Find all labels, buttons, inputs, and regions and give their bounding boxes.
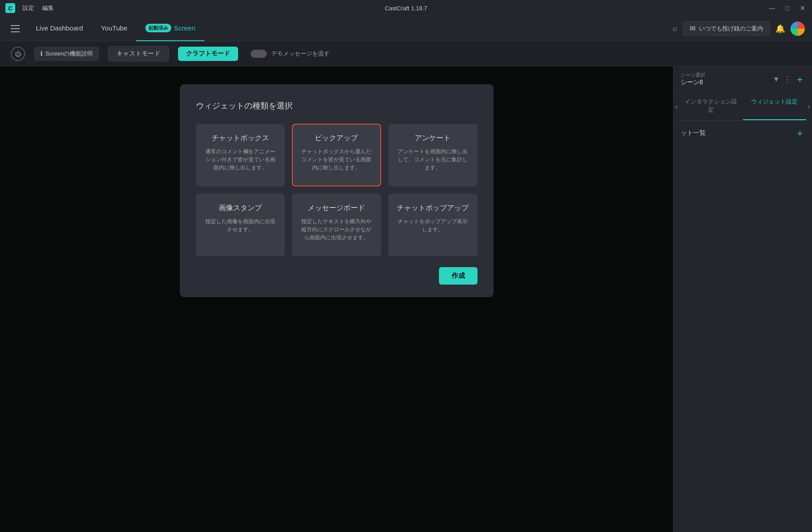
widget-card-title: 画像スタンプ — [219, 203, 262, 213]
widget-card-message-board[interactable]: メッセージボード 指定したテキストを横方向や縦方向にスクロールさせながら画面内に… — [292, 194, 381, 256]
sidebar-scene-selector: シーン選択 シーン8 ▼ ⋮ ＋ — [673, 66, 812, 92]
youtube-label: YouTube — [101, 24, 127, 32]
scene-dropdown-icon[interactable]: ▼ — [773, 75, 780, 83]
app-logo: C — [5, 3, 15, 13]
add-widget-icon[interactable]: ＋ — [795, 126, 805, 140]
promo-button[interactable]: ✉ いつでも投げ銭のご案内 — [683, 21, 770, 36]
close-button[interactable]: ✕ — [799, 4, 807, 12]
tab-widget-settings[interactable]: ウィジェット設定 — [743, 92, 806, 120]
nav-tab-screen[interactable]: 起動済み Screen — [136, 16, 204, 41]
demo-message-label: デモメッセージを流す — [271, 50, 330, 58]
widget-selection-modal: ウィジェットの種類を選択 チャットボックス 通常のコメント欄をアニメーション付き… — [180, 84, 494, 297]
power-button[interactable]: ⏻ — [11, 47, 25, 61]
info-icon: ℹ — [40, 50, 43, 57]
nav-tab-youtube[interactable]: YouTube — [92, 16, 136, 41]
kebab-menu-icon[interactable]: ⋮ — [783, 74, 791, 84]
notification-bell-icon[interactable]: 🔔 — [775, 24, 785, 34]
add-scene-icon[interactable]: ＋ — [795, 73, 805, 86]
user-avatar[interactable] — [790, 22, 805, 36]
widget-card-desc: アンケートを画面内に映し出して、コメントを元に集計します。 — [396, 147, 469, 172]
maximize-button[interactable]: □ — [783, 4, 791, 12]
screen-label: Screen — [174, 24, 195, 32]
canvas-area: ウィジェットの種類を選択 チャットボックス 通常のコメント欄をアニメーション付き… — [0, 66, 673, 532]
window-controls: — □ ✕ — [768, 4, 807, 12]
widget-card-title: チャットポップアップ — [397, 203, 469, 213]
screen-info-button[interactable]: ℹ Screenの機能説明 — [34, 47, 99, 61]
widget-card-title: チャットボックス — [212, 134, 269, 143]
modal-title: ウィジェットの種類を選択 — [196, 100, 478, 111]
cast-mode-button[interactable]: キャストモード — [108, 46, 169, 61]
demo-toggle[interactable]: デモメッセージを流す — [251, 50, 330, 58]
sidebar-tabs: インタラクション設定 ウィジェット設定 — [679, 92, 806, 121]
sidebar-next-arrow-icon[interactable]: › — [806, 101, 812, 112]
widget-card-desc: 指定した画像を画面内に出現させます。 — [204, 217, 277, 234]
toggle-switch[interactable] — [251, 50, 267, 58]
widget-card-image-stamp[interactable]: 画像スタンプ 指定した画像を画面内に出現させます。 — [196, 194, 285, 256]
hamburger-line — [11, 28, 20, 29]
menu-edit[interactable]: 編集 — [42, 4, 54, 12]
craft-mode-button[interactable]: クラフトモード — [178, 47, 238, 61]
live-dashboard-label: Live Dashboard — [36, 24, 83, 32]
modal-footer: 作成 — [196, 267, 478, 285]
title-bar-left: C 設定 編集 — [5, 3, 54, 13]
widget-settings-label: ウィジェット設定 — [751, 98, 798, 105]
cast-mode-label: キャストモード — [117, 50, 161, 57]
active-badge: 起動済み — [145, 24, 171, 32]
widget-card-chatbox[interactable]: チャットボックス 通常のコメント欄をアニメーション付きで皆が見ている画面内に映し… — [196, 124, 285, 186]
tool-bar: ⏻ ℹ Screenの機能説明 キャストモード クラフトモード デモメッセージを… — [0, 41, 812, 66]
promo-label: いつでも投げ銭のご案内 — [699, 25, 763, 33]
tab-interaction-settings[interactable]: インタラクション設定 — [679, 92, 743, 120]
widget-card-survey[interactable]: アンケート アンケートを画面内に映し出して、コメントを元に集計します。 — [388, 124, 478, 186]
right-sidebar: シーン選択 シーン8 ▼ ⋮ ＋ ‹ インタラクション設定 ウィジェット設定 ›… — [673, 66, 812, 532]
interaction-settings-label: インタラクション設定 — [685, 98, 737, 113]
hamburger-line — [11, 31, 20, 32]
modal-overlay: ウィジェットの種類を選択 チャットボックス 通常のコメント欄をアニメーション付き… — [0, 66, 673, 532]
widget-card-desc: チャットボックスから選んだコメントを皆が見ている画面内に映し出します。 — [300, 147, 373, 172]
widget-list-header: ット一覧 ＋ — [673, 121, 812, 143]
widget-card-title: メッセージボード — [308, 203, 365, 213]
title-bar-menus: 設定 編集 — [22, 4, 54, 12]
widget-card-desc: チャットをポップアップ表示します。 — [396, 217, 469, 234]
menu-settings[interactable]: 設定 — [22, 4, 34, 12]
widget-card-chat-popup[interactable]: チャットポップアップ チャットをポップアップ表示します。 — [388, 194, 478, 256]
app-title: CastCraft 1.18.7 — [385, 5, 427, 12]
mail-icon: ✉ — [690, 24, 695, 33]
widget-card-desc: 通常のコメント欄をアニメーション付きで皆が見ている画面内に映し出します。 — [204, 147, 277, 172]
widget-card-title: ピックアップ — [315, 134, 358, 143]
widget-card-title: アンケート — [415, 134, 451, 143]
minimize-button[interactable]: — — [768, 4, 776, 12]
create-button[interactable]: 作成 — [439, 267, 478, 285]
title-bar: C 設定 編集 CastCraft 1.18.7 — □ ✕ — [0, 0, 812, 16]
widget-grid: チャットボックス 通常のコメント欄をアニメーション付きで皆が見ている画面内に映し… — [196, 124, 478, 256]
nav-right: ⌕ ✉ いつでも投げ銭のご案内 🔔 — [673, 21, 805, 36]
nav-bar: Live Dashboard YouTube 起動済み Screen ⌕ ✉ い… — [0, 16, 812, 41]
widget-card-desc: 指定したテキストを横方向や縦方向にスクロールさせながら画面内に出現させます。 — [300, 217, 373, 242]
scene-name: シーン8 — [681, 78, 769, 87]
widget-list-title: ット一覧 — [681, 129, 706, 137]
hamburger-menu[interactable] — [7, 21, 23, 37]
craft-mode-label: クラフトモード — [186, 50, 230, 57]
hamburger-line — [11, 25, 20, 26]
scene-selector-label: シーン選択 — [681, 72, 769, 78]
screen-info-label: Screenの機能説明 — [45, 50, 93, 58]
widget-card-pickup[interactable]: ピックアップ チャットボックスから選んだコメントを皆が見ている画面内に映し出しま… — [292, 124, 381, 186]
sidebar-prev-arrow-icon[interactable]: ‹ — [673, 101, 679, 112]
main-layout: ウィジェットの種類を選択 チャットボックス 通常のコメント欄をアニメーション付き… — [0, 66, 812, 532]
search-icon[interactable]: ⌕ — [673, 24, 677, 33]
nav-tab-live-dashboard[interactable]: Live Dashboard — [27, 16, 92, 41]
